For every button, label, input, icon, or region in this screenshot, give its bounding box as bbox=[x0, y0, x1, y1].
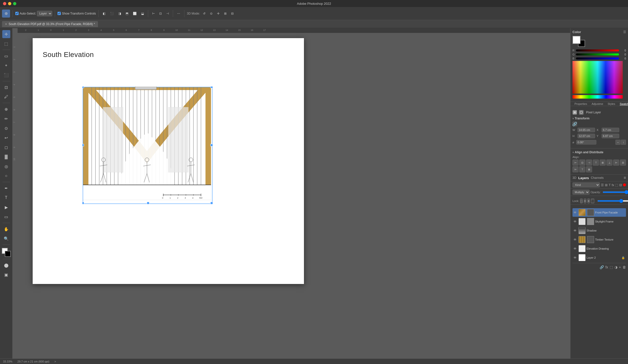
align-middle-btn[interactable]: ⬜ bbox=[131, 11, 138, 16]
lock-artboard-btn[interactable]: ⬛ bbox=[591, 198, 594, 203]
color-swatches-widget[interactable] bbox=[2, 248, 11, 257]
artboard-tool[interactable]: ⬚ bbox=[2, 40, 10, 48]
layer-link-btn[interactable]: 🔗 bbox=[600, 265, 604, 269]
brush-tool[interactable]: ✏ bbox=[2, 115, 10, 123]
layer-effects-icon[interactable]: fx bbox=[612, 183, 614, 187]
zoom-tool[interactable]: 🔍 bbox=[2, 235, 10, 243]
align-top-edge-btn[interactable]: ⊤ bbox=[593, 160, 599, 166]
layer-new-btn[interactable]: + bbox=[619, 265, 621, 269]
height-input[interactable] bbox=[578, 134, 595, 138]
arrow-btn[interactable]: > bbox=[54, 360, 56, 363]
close-button[interactable] bbox=[3, 2, 6, 5]
dist-right-btn[interactable]: ⊨ bbox=[572, 166, 579, 172]
lock-move-btn[interactable]: ✛ bbox=[587, 198, 590, 203]
angle-input[interactable] bbox=[576, 140, 596, 144]
blur-tool[interactable]: ◎ bbox=[2, 162, 10, 170]
x-input[interactable] bbox=[602, 128, 619, 132]
foreground-chip[interactable] bbox=[572, 36, 581, 44]
layer-filter-icon[interactable]: ☰ bbox=[601, 183, 604, 187]
3d-scale-btn[interactable]: ⊟ bbox=[230, 11, 235, 16]
flip-v-btn[interactable]: ↕ bbox=[621, 140, 626, 145]
document-tab[interactable]: × South Elevation PDF.pdf @ 33.3% (Front… bbox=[2, 21, 98, 27]
align-h-center-btn[interactable]: ⊡ bbox=[579, 160, 585, 166]
3d-roll-btn[interactable]: ⊙ bbox=[208, 11, 214, 16]
pen-tool[interactable]: ✒ bbox=[2, 184, 10, 192]
align-bottom-edge-btn[interactable]: ⊥ bbox=[606, 160, 612, 166]
width-input[interactable] bbox=[578, 128, 595, 132]
dodge-tool[interactable]: ○ bbox=[2, 172, 10, 180]
dist-v-btn[interactable]: ⊠ bbox=[586, 166, 592, 172]
eyedropper-tool[interactable]: 🖊 bbox=[2, 93, 10, 101]
layer-item-front-pipe-facade[interactable]: 👁 Front Pipe Facade bbox=[572, 208, 626, 217]
gradient-tool[interactable]: ▓ bbox=[2, 153, 10, 161]
maximize-button[interactable] bbox=[13, 2, 16, 5]
tab-styles[interactable]: Styles bbox=[606, 102, 617, 106]
3d-rotate-btn[interactable]: ↺ bbox=[201, 11, 207, 16]
shape-tool[interactable]: ▭ bbox=[2, 213, 10, 221]
layer-new-group-icon[interactable]: ⊞ bbox=[605, 183, 608, 187]
align-left-edge-btn[interactable]: ⊢ bbox=[572, 160, 579, 166]
minimize-button[interactable] bbox=[8, 2, 11, 5]
close-layers-panel-btn[interactable]: ≡ bbox=[624, 176, 626, 180]
dist-top-btn[interactable]: ⊤ bbox=[579, 166, 585, 172]
tab-swatches[interactable]: Swatches bbox=[618, 102, 628, 106]
color-picker-hue[interactable] bbox=[572, 95, 623, 99]
show-transform-checkbox[interactable] bbox=[58, 12, 61, 15]
eye-icon-skylight[interactable]: 👁 bbox=[573, 220, 578, 224]
lock-pixels-btn[interactable]: ⬚ bbox=[580, 198, 583, 203]
blue-slider[interactable] bbox=[576, 57, 619, 59]
align-right-btn[interactable]: ◨ bbox=[117, 11, 123, 16]
red-slider[interactable] bbox=[576, 49, 619, 51]
path-select-tool[interactable]: ▶ bbox=[2, 203, 10, 211]
align-bottom-btn[interactable]: ⬓ bbox=[140, 11, 145, 16]
align-right-edge-btn[interactable]: ⊣ bbox=[586, 160, 592, 166]
dist-h-btn[interactable]: ⊟ bbox=[620, 160, 626, 166]
distribute-left-btn[interactable]: ⊢ bbox=[151, 11, 156, 16]
layer-delete-btn[interactable]: 🗑 bbox=[622, 265, 626, 269]
auto-select-checkbox[interactable] bbox=[15, 12, 19, 15]
distribute-right-btn[interactable]: ⊣ bbox=[165, 11, 170, 16]
history-tool[interactable]: ↩ bbox=[2, 134, 10, 142]
layer-filter-active-indicator[interactable] bbox=[623, 183, 626, 186]
align-center-btn[interactable]: ⬛ bbox=[109, 11, 115, 16]
y-input[interactable] bbox=[602, 134, 619, 138]
color-panel-menu[interactable]: ☰ bbox=[623, 30, 626, 34]
lock-pos-btn[interactable]: ✏ bbox=[584, 198, 586, 203]
tab-properties[interactable]: Properties bbox=[572, 102, 589, 106]
channels-tab[interactable]: Channels bbox=[591, 176, 604, 180]
layer-item-timber-texture[interactable]: 👁 Timber Texture bbox=[572, 235, 626, 244]
align-left-btn[interactable]: ◧ bbox=[101, 11, 107, 16]
flip-h-btn[interactable]: ↔ bbox=[615, 140, 620, 145]
crop-tool[interactable]: ⊡ bbox=[2, 83, 10, 91]
dist-left-btn[interactable]: ⊨ bbox=[613, 160, 619, 166]
eye-icon-shadow[interactable]: 👁 bbox=[573, 229, 578, 233]
eye-icon-front-pipe[interactable]: 👁 bbox=[573, 211, 578, 214]
layer-mask-icon[interactable]: ⬚ bbox=[615, 183, 618, 187]
layer-item-shadow[interactable]: 👁 Shadow bbox=[572, 226, 626, 235]
hand-tool[interactable]: ✋ bbox=[2, 225, 10, 233]
layer-mask-bottom-btn[interactable]: ⬚ bbox=[610, 265, 613, 269]
move-tool[interactable]: ✛ bbox=[2, 30, 10, 38]
layer-new-fill-btn[interactable]: ◑ bbox=[614, 265, 617, 269]
layer-fx-btn[interactable]: fx bbox=[605, 265, 608, 269]
stamp-tool[interactable]: ⊙ bbox=[2, 124, 10, 132]
align-v-center-btn[interactable]: ⊞ bbox=[600, 160, 606, 166]
object-select-tool[interactable]: ⬛ bbox=[2, 71, 10, 79]
3d-tab[interactable]: 3D bbox=[572, 176, 576, 180]
align-top-btn[interactable]: ⬒ bbox=[124, 11, 130, 16]
tab-adjustments[interactable]: Adjustme bbox=[590, 102, 605, 106]
layer-dropdown[interactable]: Layer bbox=[37, 11, 52, 16]
fill-opacity-slider[interactable] bbox=[597, 200, 628, 202]
distribute-center-btn[interactable]: ⊡ bbox=[158, 11, 163, 16]
3d-slide-btn[interactable]: ⊞ bbox=[223, 11, 228, 16]
green-slider[interactable] bbox=[576, 53, 619, 55]
kind-filter-select[interactable]: Kind bbox=[572, 182, 600, 187]
move-tool-icon[interactable]: ⊕ bbox=[2, 10, 10, 18]
marquee-tool[interactable]: ▭ bbox=[2, 52, 10, 60]
blend-mode-select[interactable]: Multiply bbox=[572, 190, 590, 195]
layer-smart-icon[interactable]: ⊟ bbox=[619, 183, 622, 187]
more-options-btn[interactable]: ⋯ bbox=[176, 11, 182, 16]
healing-tool[interactable]: ⊕ bbox=[2, 105, 10, 113]
background-color[interactable] bbox=[5, 251, 11, 257]
opacity-slider[interactable] bbox=[603, 191, 628, 193]
